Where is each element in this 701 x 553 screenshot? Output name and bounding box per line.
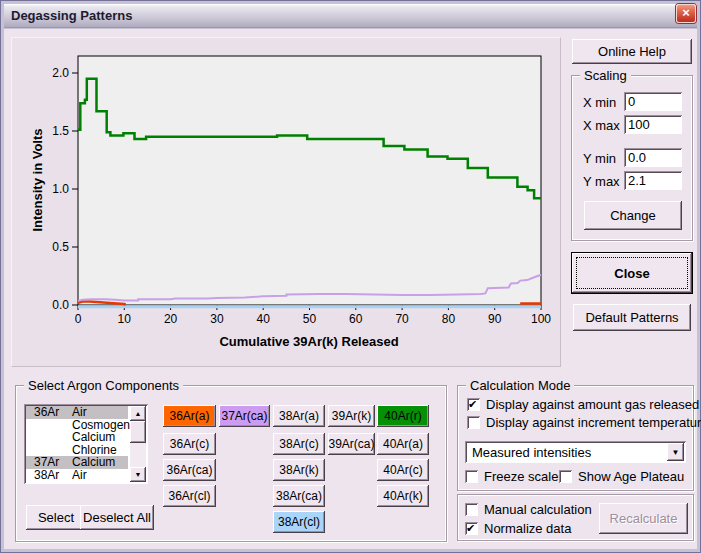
scroll-up-icon: ▲ xyxy=(135,410,142,417)
component-button-38ar-ca-[interactable]: 38Ar(ca) xyxy=(273,485,325,507)
titlebar[interactable]: Degassing Patterns xyxy=(4,4,697,28)
list-item-isotope: 38Ar xyxy=(34,469,59,482)
calculation-mode-title: Calculation Mode xyxy=(466,378,574,393)
scaling-group-title: Scaling xyxy=(580,68,631,83)
svg-text:0: 0 xyxy=(75,312,82,326)
display-temperature-checkbox[interactable]: ✔ Display against increment temperature xyxy=(467,415,701,430)
svg-text:30: 30 xyxy=(210,312,224,326)
component-button-36ar-ca-[interactable]: 36Ar(ca) xyxy=(163,459,216,481)
list-item-component: Calcium xyxy=(72,431,115,444)
listbox-scrollbar[interactable]: ▲ ▼ xyxy=(130,406,146,482)
manual-calculation-checkbox[interactable]: ✔ Manual calculation xyxy=(465,502,592,517)
show-age-plateau-checkbox[interactable]: ✔ Show Age Plateau xyxy=(559,469,684,484)
list-item-component: Air xyxy=(72,406,87,419)
select-button[interactable]: Select xyxy=(26,505,86,530)
chart-panel: 0.00.51.01.52.00102030405060708090100Cum… xyxy=(11,37,561,367)
dialog-body: 0.00.51.01.52.00102030405060708090100Cum… xyxy=(4,29,697,549)
argon-components-listbox[interactable]: 36ArAirCosmogenicCalciumChlorine37ArCalc… xyxy=(24,404,148,484)
window-frame: Degassing Patterns × 0.00.51.01.52.00102… xyxy=(0,0,701,553)
svg-text:90: 90 xyxy=(488,312,502,326)
component-button-38ar-a-[interactable]: 38Ar(a) xyxy=(273,405,325,427)
x-max-label: X max xyxy=(583,118,620,133)
degassing-chart: 0.00.51.01.52.00102030405060708090100Cum… xyxy=(12,38,560,366)
x-min-label: X min xyxy=(583,95,616,110)
freeze-scales-checkbox-box[interactable]: ✔ xyxy=(465,470,478,483)
dropdown-arrow-icon: ▼ xyxy=(672,448,680,457)
close-window-button[interactable]: × xyxy=(676,4,696,23)
scrollbar-thumb[interactable] xyxy=(130,421,146,443)
window-title: Degassing Patterns xyxy=(4,8,132,23)
display-temperature-checkbox-box[interactable]: ✔ xyxy=(467,416,480,429)
close-icon: × xyxy=(682,5,690,20)
combobox-dropdown-button[interactable]: ▼ xyxy=(667,443,684,461)
y-max-label: Y max xyxy=(583,174,620,189)
online-help-button[interactable]: Online Help xyxy=(572,39,692,64)
svg-text:2.0: 2.0 xyxy=(52,66,69,80)
component-button-39ar-k-[interactable]: 39Ar(k) xyxy=(328,405,375,427)
component-button-36ar-c-[interactable]: 36Ar(c) xyxy=(163,433,216,455)
svg-text:Cumulative 39Ar(k) Released: Cumulative 39Ar(k) Released xyxy=(219,334,398,349)
scroll-down-button[interactable]: ▼ xyxy=(130,467,146,482)
close-button[interactable]: Close xyxy=(571,252,693,294)
y-min-input[interactable] xyxy=(624,148,682,167)
svg-text:40: 40 xyxy=(257,312,271,326)
svg-text:80: 80 xyxy=(442,312,456,326)
recalculate-button[interactable]: Recalculate xyxy=(599,503,688,534)
svg-text:100: 100 xyxy=(531,312,551,326)
svg-text:60: 60 xyxy=(349,312,363,326)
component-button-40ar-c-[interactable]: 40Ar(c) xyxy=(377,459,429,481)
calculation-mode-group: Calculation Mode ✔ Display against amoun… xyxy=(457,385,694,491)
scroll-up-button[interactable]: ▲ xyxy=(130,406,146,421)
argon-components-group: Select Argon Components 36ArAirCosmogeni… xyxy=(15,385,447,542)
component-button-38ar-c-[interactable]: 38Ar(c) xyxy=(273,433,325,455)
manual-calculation-checkbox-box[interactable]: ✔ xyxy=(465,503,478,516)
component-button-39ar-ca-[interactable]: 39Ar(ca) xyxy=(328,433,375,455)
component-button-36ar-a-[interactable]: 36Ar(a) xyxy=(163,405,216,427)
deselect-all-button[interactable]: Deselect All xyxy=(80,505,154,530)
scaling-group: Scaling X min X max Y min Y max Change xyxy=(571,75,693,241)
display-amount-checkbox-box[interactable]: ✔ xyxy=(467,398,480,411)
combobox-value: Measured intensities xyxy=(472,445,591,460)
x-min-input[interactable] xyxy=(624,92,682,111)
check-icon: ✔ xyxy=(468,397,477,411)
normalize-data-checkbox-box[interactable]: ✔ xyxy=(465,522,478,535)
scroll-down-icon: ▼ xyxy=(135,471,142,478)
change-button[interactable]: Change xyxy=(584,201,682,230)
list-item-component: Air xyxy=(72,469,87,482)
freeze-scales-checkbox[interactable]: ✔ Freeze scales xyxy=(465,469,565,484)
argon-list-item[interactable]: 36ArAir xyxy=(26,406,128,419)
default-patterns-button[interactable]: Default Patterns xyxy=(573,304,691,331)
svg-text:0.0: 0.0 xyxy=(52,298,69,312)
normalize-data-checkbox[interactable]: ✔ Normalize data xyxy=(465,521,571,536)
y-max-input[interactable] xyxy=(624,171,682,190)
svg-text:1.5: 1.5 xyxy=(52,124,69,138)
show-age-plateau-checkbox-box[interactable]: ✔ xyxy=(559,470,572,483)
component-button-40ar-a-[interactable]: 40Ar(a) xyxy=(377,433,429,455)
component-button-40ar-k-[interactable]: 40Ar(k) xyxy=(377,485,429,507)
svg-text:20: 20 xyxy=(164,312,178,326)
argon-components-title: Select Argon Components xyxy=(24,378,183,393)
argon-list-item[interactable]: 38ArAir xyxy=(26,469,128,482)
svg-text:10: 10 xyxy=(118,312,132,326)
x-max-input[interactable] xyxy=(624,115,682,134)
svg-text:50: 50 xyxy=(303,312,317,326)
component-button-40ar-r-[interactable]: 40Ar(r) xyxy=(377,405,429,427)
y-min-label: Y min xyxy=(583,151,616,166)
svg-text:1.0: 1.0 xyxy=(52,182,69,196)
intensity-mode-combobox[interactable]: Measured intensities ▼ xyxy=(465,441,686,463)
svg-text:70: 70 xyxy=(395,312,409,326)
component-button-38ar-cl-[interactable]: 38Ar(cl) xyxy=(273,511,325,533)
manual-calculation-group: ✔ Manual calculation ✔ Normalize data Re… xyxy=(457,494,694,541)
svg-text:Intensity in Volts: Intensity in Volts xyxy=(30,128,45,231)
display-amount-checkbox[interactable]: ✔ Display against amount gas released xyxy=(467,397,699,412)
check-icon: ✔ xyxy=(466,521,475,535)
svg-text:0.5: 0.5 xyxy=(52,240,69,254)
component-button-36ar-cl-[interactable]: 36Ar(cl) xyxy=(163,485,216,507)
list-item-isotope: 36Ar xyxy=(34,406,59,419)
component-button-38ar-k-[interactable]: 38Ar(k) xyxy=(273,459,325,481)
component-button-37ar-ca-[interactable]: 37Ar(ca) xyxy=(219,405,270,427)
argon-list-item[interactable]: Calcium xyxy=(26,431,128,444)
